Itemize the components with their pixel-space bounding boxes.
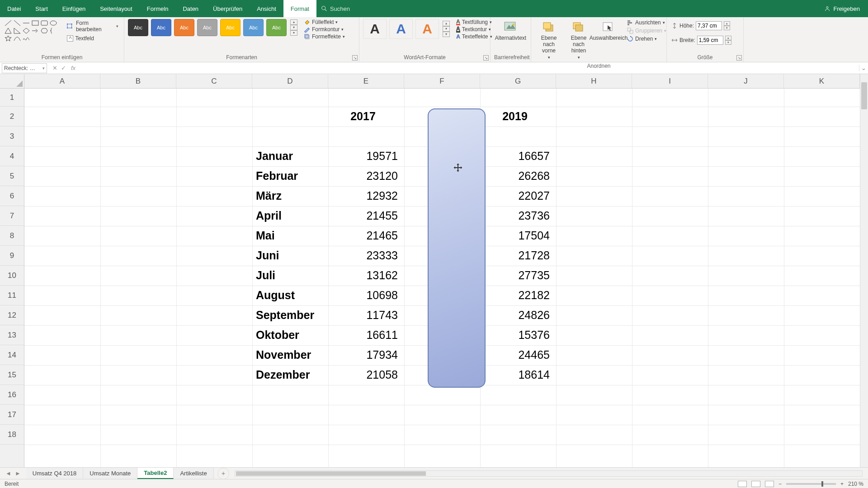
shape-line-icon[interactable] bbox=[5, 20, 12, 26]
height-spinner[interactable]: ▴▾ bbox=[724, 21, 730, 30]
cell-E13[interactable]: 16611 bbox=[328, 328, 404, 342]
row-header-8[interactable]: 8 bbox=[0, 226, 24, 246]
style-swatch-orange[interactable]: Abc bbox=[174, 19, 194, 36]
cell-E5[interactable]: 23120 bbox=[328, 169, 404, 183]
horizontal-scrollbar[interactable] bbox=[235, 470, 863, 477]
shapes-palette[interactable] bbox=[4, 19, 61, 42]
style-swatch-black[interactable]: Abc bbox=[128, 19, 148, 36]
edit-shape-button[interactable]: Form bearbeiten▾ bbox=[65, 19, 120, 33]
style-gallery-spinner[interactable]: ▴▾▾ bbox=[290, 19, 297, 36]
menu-tab-daten[interactable]: Daten bbox=[175, 0, 206, 17]
shape-arrow-icon[interactable] bbox=[32, 28, 39, 34]
textfield-button[interactable]: A Textfeld bbox=[65, 34, 120, 42]
shape-line2-icon[interactable] bbox=[14, 20, 21, 26]
cell-G6[interactable]: 22027 bbox=[480, 189, 556, 202]
col-header-E[interactable]: E bbox=[328, 74, 404, 88]
row-header-16[interactable]: 16 bbox=[0, 385, 24, 405]
cell-G10[interactable]: 27735 bbox=[480, 269, 556, 282]
col-header-B[interactable]: B bbox=[100, 74, 176, 88]
width-spinner[interactable]: ▴▾ bbox=[725, 36, 731, 45]
rotate-button[interactable]: Drehen▾ bbox=[626, 35, 667, 42]
row-header-13[interactable]: 13 bbox=[0, 325, 24, 345]
view-normal-button[interactable] bbox=[738, 481, 747, 487]
vertical-scroll-thumb[interactable] bbox=[861, 82, 867, 109]
style-swatch-green[interactable]: Abc bbox=[266, 19, 287, 36]
cell-G13[interactable]: 15376 bbox=[480, 328, 556, 342]
col-header-F[interactable]: F bbox=[404, 74, 480, 88]
zoom-level[interactable]: 210 % bbox=[848, 481, 863, 487]
view-pagebreak-button[interactable] bbox=[765, 481, 774, 487]
col-header-G[interactable]: G bbox=[480, 74, 556, 88]
row-header-12[interactable]: 12 bbox=[0, 305, 24, 325]
shape-rtriangle-icon[interactable] bbox=[14, 28, 21, 34]
zoom-out-button[interactable]: − bbox=[778, 481, 782, 487]
search-box[interactable]: Suchen bbox=[321, 5, 350, 12]
wordart-launcher[interactable]: ↘ bbox=[483, 55, 489, 61]
cell-G12[interactable]: 24826 bbox=[480, 309, 556, 322]
sheet-tab-tabelle2[interactable]: Tabelle2 bbox=[137, 468, 174, 479]
cell-E14[interactable]: 17934 bbox=[328, 348, 404, 361]
size-launcher[interactable]: ↘ bbox=[736, 55, 742, 61]
cell-G7[interactable]: 23736 bbox=[480, 209, 556, 222]
formula-input[interactable] bbox=[80, 63, 859, 73]
formula-expand[interactable]: ⌄ bbox=[859, 65, 868, 71]
zoom-slider[interactable] bbox=[786, 483, 836, 485]
row-header-9[interactable]: 9 bbox=[0, 246, 24, 266]
text-fill-button[interactable]: ATextfüllung▾ bbox=[456, 19, 492, 25]
add-sheet-button[interactable]: ＋ bbox=[217, 468, 229, 479]
sheet-tab-umsatz-monate[interactable]: Umsatz Monate bbox=[83, 468, 137, 479]
cell-E15[interactable]: 21058 bbox=[328, 368, 404, 381]
cell-G4[interactable]: 16657 bbox=[480, 150, 556, 163]
enter-icon[interactable]: ✓ bbox=[61, 65, 66, 71]
shape-style-gallery[interactable]: Abc Abc Abc Abc Abc Abc Abc ▴▾▾ bbox=[128, 19, 297, 36]
wordart-gallery[interactable]: A A A ▴▾▾ bbox=[363, 19, 450, 39]
shape-triangle-icon[interactable] bbox=[5, 28, 12, 34]
sheet-tab-umsatz-q4-2018[interactable]: Umsatz Q4 2018 bbox=[26, 468, 84, 479]
send-backward-button[interactable]: Ebene nach hinten▾ bbox=[565, 19, 593, 61]
shape-effects-button[interactable]: Formeffekte▾ bbox=[304, 33, 345, 40]
row-header-1[interactable]: 1 bbox=[0, 89, 24, 107]
worksheet[interactable]: ABCDEFGHIJK 123456789101112131415161718 … bbox=[0, 74, 868, 473]
shape-outline-button[interactable]: Formkontur▾ bbox=[304, 26, 345, 33]
cell-D5[interactable]: Februar bbox=[256, 169, 298, 183]
cell-G15[interactable]: 18614 bbox=[480, 368, 556, 381]
cancel-icon[interactable]: ✕ bbox=[52, 65, 57, 71]
shape-fill-button[interactable]: Fülleffekt▾ bbox=[304, 19, 345, 25]
menu-tab-ansicht[interactable]: Ansicht bbox=[250, 0, 283, 17]
cell-D9[interactable]: Juni bbox=[256, 249, 279, 262]
sheet-tab-nav[interactable]: ◄► bbox=[0, 470, 26, 477]
row-header-6[interactable]: 6 bbox=[0, 186, 24, 206]
cell-G5[interactable]: 26268 bbox=[480, 169, 556, 183]
col-header-J[interactable]: J bbox=[708, 74, 784, 88]
cell-D11[interactable]: August bbox=[256, 289, 295, 302]
cell-D10[interactable]: Juli bbox=[256, 269, 275, 282]
row-header-10[interactable]: 10 bbox=[0, 266, 24, 286]
cell-E4[interactable]: 19571 bbox=[328, 150, 404, 163]
row-header-15[interactable]: 15 bbox=[0, 365, 24, 385]
row-header-18[interactable]: 18 bbox=[0, 425, 24, 445]
cell-G2[interactable]: 2019 bbox=[480, 110, 556, 123]
height-input[interactable] bbox=[696, 21, 722, 30]
shape-hex-icon[interactable] bbox=[41, 28, 48, 34]
alt-text-button[interactable]: Alternativtext bbox=[494, 19, 527, 43]
cell-D8[interactable]: Mai bbox=[256, 229, 275, 242]
menu-tab-format[interactable]: Format bbox=[283, 0, 316, 17]
shape-curve-icon[interactable] bbox=[14, 35, 21, 42]
shape-scribble-icon[interactable] bbox=[23, 35, 30, 42]
style-swatch-blue[interactable]: Abc bbox=[151, 19, 171, 36]
shape-rrect-icon[interactable] bbox=[41, 20, 48, 26]
menu-tab-datei[interactable]: Datei bbox=[0, 0, 28, 17]
menu-tab-ueberpruefen[interactable]: Überprüfen bbox=[206, 0, 250, 17]
col-header-I[interactable]: I bbox=[632, 74, 708, 88]
col-header-H[interactable]: H bbox=[556, 74, 632, 88]
cell-G9[interactable]: 21728 bbox=[480, 249, 556, 262]
cell-E6[interactable]: 12932 bbox=[328, 189, 404, 202]
cells-area[interactable]: 20172019JanuarFebruarMärzAprilMaiJuniJul… bbox=[24, 89, 860, 473]
row-header-14[interactable]: 14 bbox=[0, 345, 24, 365]
menu-tab-seitenlayout[interactable]: Seitenlayout bbox=[93, 0, 140, 17]
shape-star-icon[interactable] bbox=[5, 35, 12, 42]
cell-E9[interactable]: 23333 bbox=[328, 249, 404, 262]
cell-E10[interactable]: 13162 bbox=[328, 269, 404, 282]
cell-G11[interactable]: 22182 bbox=[480, 289, 556, 302]
row-header-3[interactable]: 3 bbox=[0, 127, 24, 146]
